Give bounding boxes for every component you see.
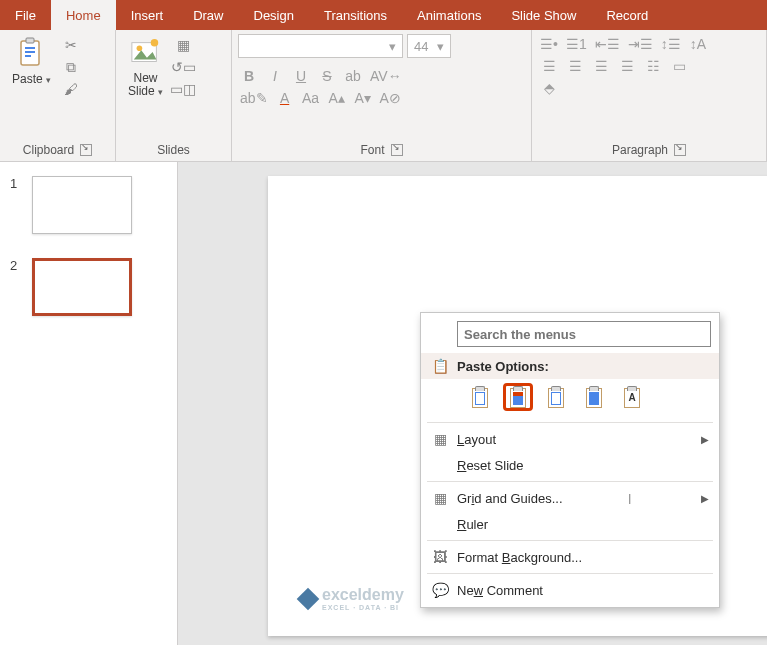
group-clipboard: Paste ▾ ✂ ⧉ 🖌 Clipboard (0, 30, 116, 161)
font-size-value: 44 (414, 39, 428, 54)
tab-insert[interactable]: Insert (116, 0, 179, 30)
font-family-select[interactable]: ▾ (238, 34, 403, 58)
menu-format-background[interactable]: 🖼 Format Background... (421, 544, 719, 570)
paste-picture[interactable] (579, 383, 609, 411)
cut-icon[interactable]: ✂ (62, 36, 80, 54)
reset-icon[interactable]: ↺▭ (174, 58, 192, 76)
new-slide-button[interactable]: NewSlide ▾ (122, 34, 169, 101)
font-color-button[interactable]: A (276, 90, 294, 106)
group-font: ▾ 44▾ B I U S ab AV↔ ab✎ A Aa A▴ A▾ A⊘ F… (232, 30, 532, 161)
bold-button[interactable]: B (240, 68, 258, 84)
watermark: exceldemy EXCEL · DATA · BI (300, 586, 404, 611)
tab-animations[interactable]: Animations (402, 0, 496, 30)
watermark-sub: EXCEL · DATA · BI (322, 604, 404, 611)
thumb-number: 2 (10, 258, 22, 273)
svg-point-6 (136, 45, 142, 51)
indent-inc-button[interactable]: ⇥☰ (628, 36, 653, 52)
dialog-launcher-icon[interactable] (80, 144, 92, 156)
italic-button[interactable]: I (266, 68, 284, 84)
bullets-button[interactable]: ☰• (540, 36, 558, 52)
slide-thumb-2[interactable]: 2 (10, 258, 167, 316)
thumb-number: 1 (10, 176, 22, 191)
section-icon[interactable]: ▭◫ (174, 80, 192, 98)
group-font-label: Font (360, 143, 384, 157)
tab-file[interactable]: File (0, 0, 51, 30)
copy-icon[interactable]: ⧉ (62, 58, 80, 76)
group-slides: NewSlide ▾ ▦ ↺▭ ▭◫ Slides (116, 30, 232, 161)
paste-keep-source-formatting[interactable] (503, 383, 533, 411)
svg-rect-3 (25, 51, 35, 53)
format-bg-icon: 🖼 (429, 548, 451, 566)
align-text-button[interactable]: ▭ (670, 58, 688, 74)
paste-embed[interactable] (541, 383, 571, 411)
change-case-button[interactable]: Aa (302, 90, 320, 106)
menu-layout[interactable]: ▦ Layout ▶ (421, 426, 719, 452)
new-slide-icon (130, 37, 162, 69)
menu-reset-slide[interactable]: Reset Slide (421, 452, 719, 478)
chevron-right-icon: ▶ (701, 434, 709, 445)
layout-icon: ▦ (429, 430, 451, 448)
menu-new-comment[interactable]: 💬 New Comment (421, 577, 719, 603)
underline-button[interactable]: U (292, 68, 310, 84)
line-spacing-button[interactable]: ↕☰ (661, 36, 681, 52)
dialog-launcher-icon[interactable] (391, 144, 403, 156)
paste-label: Paste (12, 72, 43, 86)
ribbon-tabs: File Home Insert Draw Design Transitions… (0, 0, 767, 30)
group-clipboard-label: Clipboard (23, 143, 74, 157)
columns-button[interactable]: ☷ (644, 58, 662, 74)
strike-button[interactable]: S (318, 68, 336, 84)
tab-record[interactable]: Record (591, 0, 663, 30)
group-paragraph-label: Paragraph (612, 143, 668, 157)
indent-dec-button[interactable]: ⇤☰ (595, 36, 620, 52)
group-paragraph: ☰• ☰1 ⇤☰ ⇥☰ ↕☰ ↕A ☰ ☰ ☰ ☰ ☷ ▭ ⬘ Paragrap… (532, 30, 767, 161)
align-right-button[interactable]: ☰ (592, 58, 610, 74)
tab-draw[interactable]: Draw (178, 0, 238, 30)
watermark-text: exceldemy (322, 586, 404, 604)
tab-transitions[interactable]: Transitions (309, 0, 402, 30)
slide-thumb-1[interactable]: 1 (10, 176, 167, 234)
shadow-button[interactable]: ab (344, 68, 362, 84)
logo-icon (297, 587, 320, 610)
paste-options: A (421, 379, 719, 419)
numbering-button[interactable]: ☰1 (566, 36, 587, 52)
paste-text-only[interactable]: A (617, 383, 647, 411)
spacing-button[interactable]: AV↔ (370, 68, 402, 84)
paste-button[interactable]: Paste ▾ (6, 34, 57, 89)
svg-rect-1 (26, 38, 34, 43)
paste-use-destination-theme[interactable] (465, 383, 495, 411)
align-center-button[interactable]: ☰ (566, 58, 584, 74)
format-painter-icon[interactable]: 🖌 (62, 80, 80, 98)
font-size-select[interactable]: 44▾ (407, 34, 451, 58)
tab-design[interactable]: Design (239, 0, 309, 30)
menu-grid-guides[interactable]: ▦ Grid and Guides... | ▶ (421, 485, 719, 511)
paste-options-header: Paste Options: (457, 359, 549, 374)
svg-rect-4 (25, 55, 31, 57)
highlight-button[interactable]: ab✎ (240, 90, 268, 106)
justify-button[interactable]: ☰ (618, 58, 636, 74)
comment-icon: 💬 (429, 581, 451, 599)
tab-home[interactable]: Home (51, 0, 116, 30)
shrink-font-button[interactable]: A▾ (354, 90, 372, 106)
menu-ruler[interactable]: Ruler (421, 511, 719, 537)
search-menus-input[interactable] (457, 321, 711, 347)
grow-font-button[interactable]: A▴ (328, 90, 346, 106)
group-slides-label: Slides (157, 143, 190, 157)
clipboard-icon: 📋 (429, 357, 451, 375)
thumb-preview[interactable] (32, 176, 132, 234)
dialog-launcher-icon[interactable] (674, 144, 686, 156)
svg-point-7 (150, 39, 158, 47)
grid-icon: ▦ (429, 489, 451, 507)
align-left-button[interactable]: ☰ (540, 58, 558, 74)
chevron-down-icon: ▾ (46, 75, 51, 85)
smartart-button[interactable]: ⬘ (540, 80, 558, 96)
svg-rect-2 (25, 47, 35, 49)
context-menu: 📋 Paste Options: A ▦ Layout ▶ Reset Slid… (420, 312, 720, 608)
slide-thumbnail-pane[interactable]: 1 2 (0, 162, 178, 645)
tab-slideshow[interactable]: Slide Show (496, 0, 591, 30)
thumb-preview-selected[interactable] (32, 258, 132, 316)
text-direction-button[interactable]: ↕A (689, 36, 707, 52)
layout-icon[interactable]: ▦ (174, 36, 192, 54)
ribbon: Paste ▾ ✂ ⧉ 🖌 Clipboard NewSlide ▾ ▦ ↺▭ … (0, 30, 767, 162)
chevron-down-icon: ▾ (158, 87, 163, 97)
clear-format-button[interactable]: A⊘ (380, 90, 401, 106)
